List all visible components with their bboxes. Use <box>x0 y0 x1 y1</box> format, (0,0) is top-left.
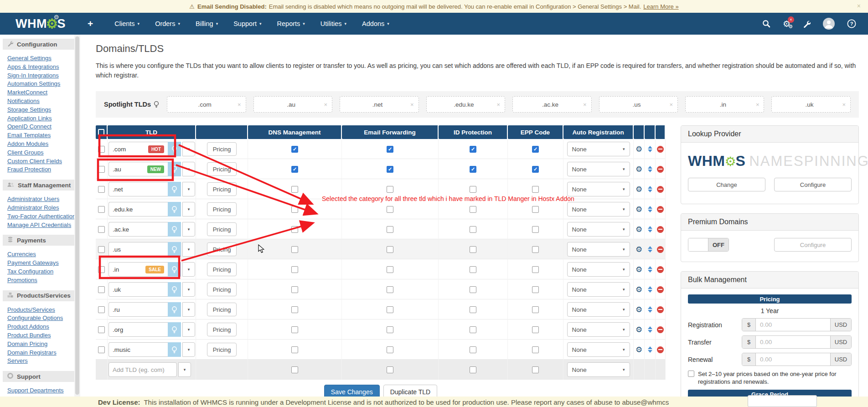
dns-management-checkbox[interactable] <box>291 246 298 253</box>
delete-tld-icon[interactable] <box>657 326 664 333</box>
row-select-checkbox[interactable] <box>98 226 105 233</box>
id-protection-checkbox[interactable] <box>470 326 476 333</box>
remove-icon[interactable]: × <box>324 101 327 108</box>
sidebar-item-email-templates[interactable]: Email Templates <box>7 131 74 140</box>
pricing-button[interactable]: Pricing <box>207 343 237 356</box>
sidebar-item-products-services[interactable]: Products/Services <box>7 306 74 314</box>
sidebar-item-promotions[interactable]: Promotions <box>7 276 74 285</box>
spotlight-chip[interactable]: .net× <box>340 96 418 113</box>
id-protection-checkbox[interactable] <box>470 286 476 293</box>
sidebar-item-custom-client-fields[interactable]: Custom Client Fields <box>7 157 74 166</box>
email-forwarding-checkbox[interactable] <box>387 186 393 193</box>
sidebar-item-support-departments[interactable]: Support Departments <box>7 386 74 395</box>
delete-tld-icon[interactable] <box>657 246 664 253</box>
spotlight-chip[interactable]: .in× <box>685 96 764 113</box>
spotlight-chip[interactable]: .ac.ke× <box>512 96 591 113</box>
registrar-settings-gear-icon[interactable]: ⚙ <box>636 266 642 273</box>
spotlight-chip[interactable]: .uk× <box>771 96 850 113</box>
row-select-checkbox[interactable] <box>98 346 105 353</box>
sidebar-item-automation-settings[interactable]: Automation Settings <box>7 80 74 88</box>
tld-dropdown-button[interactable]: ▾ <box>182 162 195 176</box>
tld-input[interactable]: .uk <box>108 282 168 297</box>
add-row-checkbox[interactable] <box>291 366 298 373</box>
sidebar-item-general-settings[interactable]: General Settings <box>7 54 74 63</box>
close-icon[interactable]: × <box>857 2 861 10</box>
epp-code-checkbox[interactable] <box>532 226 539 233</box>
reorder-icon[interactable] <box>648 346 652 353</box>
auto-registration-select[interactable]: None▾ <box>567 302 630 317</box>
delete-tld-icon[interactable] <box>657 226 664 233</box>
reorder-icon[interactable] <box>648 146 652 152</box>
dns-management-checkbox[interactable] <box>291 306 298 313</box>
id-protection-checkbox[interactable] <box>470 206 476 213</box>
auto-registration-select[interactable]: None▾ <box>567 202 630 216</box>
auto-registration-select[interactable]: None▾ <box>567 282 630 297</box>
email-forwarding-checkbox[interactable] <box>387 246 393 253</box>
tld-dropdown-button[interactable]: ▾ <box>182 182 195 196</box>
tld-input[interactable]: .edu.ke <box>108 202 168 216</box>
pricing-button[interactable]: Pricing <box>207 323 237 336</box>
delete-tld-icon[interactable] <box>657 146 664 153</box>
premium-configure-button[interactable]: Configure <box>774 238 852 252</box>
registrar-settings-gear-icon[interactable]: ⚙ <box>636 145 642 153</box>
pricing-button[interactable]: Pricing <box>207 222 237 236</box>
auto-registration-select[interactable]: None▾ <box>567 162 630 176</box>
spotlight-toggle-button[interactable] <box>168 202 181 216</box>
help-icon[interactable]: ? <box>847 19 856 28</box>
auto-registration-select[interactable]: None▾ <box>567 362 630 377</box>
epp-code-checkbox[interactable] <box>532 246 539 253</box>
pricing-button[interactable]: Pricing <box>207 202 237 216</box>
email-forwarding-checkbox[interactable] <box>387 346 393 353</box>
dns-management-checkbox[interactable]: ✓ <box>291 166 298 173</box>
sidebar-item-storage-settings[interactable]: Storage Settings <box>7 106 74 114</box>
renewal-price-input[interactable]: 0.00 <box>756 353 830 366</box>
nav-item-orders[interactable]: Orders▾ <box>147 20 188 27</box>
tld-input[interactable]: .org <box>108 322 168 337</box>
sidebar-item-domain-pricing[interactable]: Domain Pricing <box>7 340 74 349</box>
epp-code-checkbox[interactable]: ✓ <box>532 166 539 173</box>
grace-period-input[interactable] <box>748 395 817 407</box>
spotlight-toggle-button[interactable] <box>168 142 181 156</box>
delete-tld-icon[interactable] <box>657 266 664 273</box>
id-protection-checkbox[interactable] <box>470 226 476 233</box>
tld-dropdown-button[interactable]: ▾ <box>182 142 195 156</box>
pricing-button[interactable]: Pricing <box>207 303 237 316</box>
auto-registration-select[interactable]: None▾ <box>567 142 630 156</box>
pricing-button[interactable]: Pricing <box>207 162 237 176</box>
tld-input[interactable]: .music <box>108 342 168 357</box>
email-forwarding-checkbox[interactable] <box>387 306 393 313</box>
auto-registration-select[interactable]: None▾ <box>567 182 630 196</box>
transfer-price-input[interactable]: 0.00 <box>756 336 830 348</box>
sidebar-item-currencies[interactable]: Currencies <box>7 250 74 259</box>
row-select-checkbox[interactable] <box>98 166 105 173</box>
id-protection-checkbox[interactable] <box>470 246 476 253</box>
dns-management-checkbox[interactable] <box>291 326 298 333</box>
registrar-settings-gear-icon[interactable]: ⚙ <box>636 185 642 193</box>
tld-dropdown-button[interactable]: ▾ <box>182 202 195 216</box>
premium-domains-toggle[interactable]: OFF <box>688 238 729 252</box>
dns-management-checkbox[interactable] <box>291 226 298 233</box>
nav-item-billing[interactable]: Billing▾ <box>188 20 226 27</box>
email-forwarding-checkbox[interactable] <box>387 206 393 213</box>
spotlight-chip[interactable]: .edu.ke× <box>426 96 505 113</box>
registrar-settings-gear-icon[interactable]: ⚙ <box>636 206 642 213</box>
delete-tld-icon[interactable] <box>657 206 664 213</box>
dns-management-checkbox[interactable] <box>291 286 298 293</box>
spotlight-chip[interactable]: .com× <box>167 96 246 113</box>
spotlight-toggle-button[interactable] <box>168 162 181 176</box>
tld-input[interactable]: .inSALE <box>108 262 168 277</box>
reorder-icon[interactable] <box>648 246 652 252</box>
email-forwarding-checkbox[interactable]: ✓ <box>387 166 393 173</box>
nav-item-reports[interactable]: Reports▾ <box>269 20 313 27</box>
sidebar-item-addon-modules[interactable]: Addon Modules <box>7 140 74 149</box>
auto-registration-select[interactable]: None▾ <box>567 342 630 357</box>
dns-management-checkbox[interactable] <box>291 186 298 193</box>
registrar-settings-gear-icon[interactable]: ⚙ <box>636 346 642 354</box>
spotlight-toggle-button[interactable] <box>168 342 181 357</box>
sidebar-item-servers[interactable]: Servers <box>7 357 74 366</box>
spotlight-chip[interactable]: .au× <box>253 96 332 113</box>
sidebar-item-openid-connect[interactable]: OpenID Connect <box>7 123 74 131</box>
sidebar-item-administrator-users[interactable]: Administrator Users <box>7 195 74 204</box>
sidebar-item-payment-gateways[interactable]: Payment Gateways <box>7 259 74 268</box>
pricing-button[interactable]: Pricing <box>207 242 237 256</box>
